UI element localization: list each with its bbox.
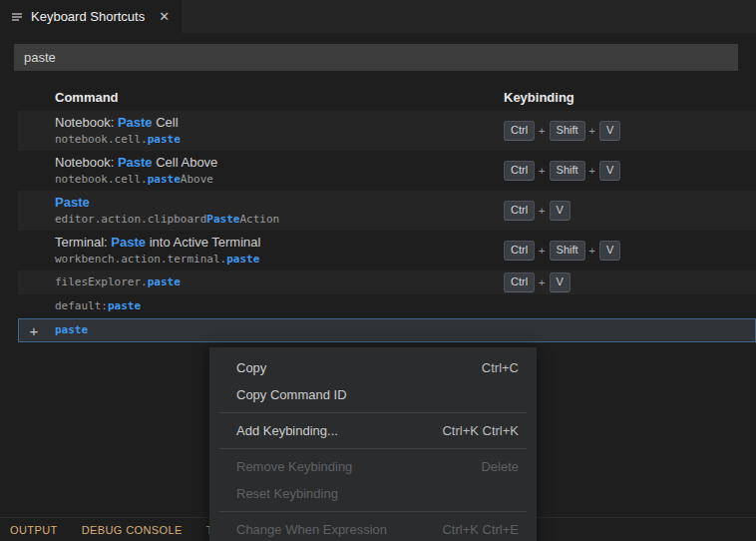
command-label: Terminal: Paste into Active Terminal <box>55 235 504 251</box>
plus-separator: + <box>589 245 595 257</box>
match-highlight: Paste <box>55 195 90 210</box>
panel-tab-output[interactable]: OUTPUT <box>10 524 58 536</box>
keybinding-cell: Ctrl+V <box>504 272 756 292</box>
match-highlight: Paste <box>206 213 239 226</box>
menu-item-copy-command-id[interactable]: Copy Command ID <box>209 381 537 408</box>
menu-item-change-when-expression: Change When ExpressionCtrl+K Ctrl+E <box>209 516 537 541</box>
match-highlight: paste <box>148 173 181 186</box>
command-label: Notebook: Paste Cell Above <box>55 155 504 171</box>
match-highlight: Paste <box>118 155 153 170</box>
key-chip: V <box>550 201 570 221</box>
menu-item-copy[interactable]: CopyCtrl+C <box>209 354 537 381</box>
table-body: Notebook: Paste Cellnotebook.cell.pasteC… <box>18 111 756 342</box>
plus-separator: + <box>539 205 545 217</box>
command-cell: paste <box>18 323 504 337</box>
match-highlight: paste <box>148 275 181 288</box>
editor-tab-bar: Keyboard Shortcuts ✕ <box>0 0 756 33</box>
text-segment: workbench.action.terminal. <box>55 253 226 266</box>
context-menu: CopyCtrl+CCopy Command IDAdd Keybinding.… <box>209 347 537 541</box>
menu-item-label: Copy <box>236 360 266 375</box>
match-highlight: Paste <box>118 115 153 130</box>
text-segment: Notebook: <box>55 115 118 130</box>
command-id: default:paste <box>55 299 504 313</box>
panel-tab-debug-console[interactable]: DEBUG CONSOLE <box>82 524 183 536</box>
keybinding-row[interactable]: filesExplorer.pasteCtrl+V <box>18 270 756 294</box>
keybinding-row[interactable]: Notebook: Paste Cell Abovenotebook.cell.… <box>18 151 756 191</box>
keybinding-row[interactable]: Terminal: Paste into Active Terminalwork… <box>18 231 756 270</box>
command-label: Paste <box>55 195 504 211</box>
table-header: Command Keybinding <box>18 83 756 111</box>
keybinding-cell: Ctrl+V <box>504 201 756 221</box>
key-chip: Shift <box>550 241 585 261</box>
menu-separator <box>219 448 527 449</box>
command-cell: Notebook: Paste Cellnotebook.cell.paste <box>18 115 504 147</box>
text-segment: Above <box>181 173 213 186</box>
keybinding-column-header: Keybinding <box>504 90 756 105</box>
command-label: Notebook: Paste Cell <box>55 115 504 131</box>
plus-separator: + <box>589 125 595 137</box>
key-chip: V <box>599 121 620 141</box>
key-chip: Ctrl <box>504 241 535 261</box>
tab-title: Keyboard Shortcuts <box>31 9 145 24</box>
key-chip: V <box>599 161 620 181</box>
menu-item-add-keybinding[interactable]: Add Keybinding...Ctrl+K Ctrl+K <box>209 417 537 444</box>
menu-item-label: Change When Expression <box>236 522 387 537</box>
menu-item-label: Add Keybinding... <box>236 423 338 438</box>
text-segment: Cell Above <box>153 155 218 170</box>
command-id: filesExplorer.paste <box>55 275 504 289</box>
match-highlight: paste <box>226 253 259 266</box>
keyboard-shortcuts-icon <box>10 10 24 24</box>
match-highlight: paste <box>148 133 181 146</box>
key-chip: Ctrl <box>504 161 535 181</box>
key-chip: V <box>550 272 570 292</box>
keybindings-table: Command Keybinding Notebook: Paste Celln… <box>18 83 756 342</box>
text-segment: Cell <box>153 115 179 130</box>
plus-separator: + <box>539 165 545 177</box>
command-cell: default:paste <box>18 299 504 313</box>
plus-separator: + <box>539 276 545 288</box>
keybindings-search-input[interactable] <box>14 44 738 71</box>
menu-item-remove-keybinding: Remove KeybindingDelete <box>209 453 537 480</box>
close-icon[interactable]: ✕ <box>157 9 172 24</box>
command-id: workbench.action.terminal.paste <box>55 253 504 267</box>
menu-item-shortcut: Delete <box>481 459 519 474</box>
key-chip: Ctrl <box>504 272 535 292</box>
vscode-window: Keyboard Shortcuts ✕ Command Keybinding … <box>0 0 756 541</box>
text-segment: into Active Terminal <box>146 235 260 250</box>
keybinding-row[interactable]: default:paste <box>18 294 756 318</box>
menu-item-shortcut: Ctrl+C <box>482 360 519 375</box>
plus-separator: + <box>589 165 595 177</box>
text-segment: notebook.cell. <box>55 133 148 146</box>
plus-separator: + <box>539 245 545 257</box>
command-cell: Terminal: Paste into Active Terminalwork… <box>18 235 504 267</box>
key-chip: Shift <box>550 121 585 141</box>
tab-keyboard-shortcuts[interactable]: Keyboard Shortcuts ✕ <box>0 0 182 33</box>
command-id: editor.action.clipboardPasteAction <box>55 213 504 227</box>
keybinding-row[interactable]: Pasteeditor.action.clipboardPasteActionC… <box>18 191 756 231</box>
command-cell: filesExplorer.paste <box>18 275 504 289</box>
keybinding-row-selected[interactable]: +paste <box>18 318 756 342</box>
command-id: notebook.cell.paste <box>55 133 504 147</box>
key-chip: V <box>599 241 620 261</box>
add-keybinding-icon[interactable]: + <box>26 323 42 338</box>
command-column-header: Command <box>18 90 504 105</box>
key-chip: Ctrl <box>504 201 535 221</box>
key-chip: Ctrl <box>504 121 535 141</box>
text-segment: Notebook: <box>55 155 118 170</box>
text-segment: default: <box>55 299 108 312</box>
keybinding-row[interactable]: Notebook: Paste Cellnotebook.cell.pasteC… <box>18 111 756 151</box>
text-segment: Action <box>239 213 279 226</box>
text-segment: notebook.cell. <box>55 173 148 186</box>
menu-item-reset-keybinding: Reset Keybinding <box>209 480 537 507</box>
plus-separator: + <box>539 125 545 137</box>
command-cell: Notebook: Paste Cell Abovenotebook.cell.… <box>18 155 504 187</box>
menu-separator <box>219 412 527 413</box>
text-segment: Terminal: <box>55 235 111 250</box>
menu-separator <box>219 511 527 512</box>
keybinding-cell: Ctrl+Shift+V <box>504 161 756 181</box>
key-chip: Shift <box>550 161 585 181</box>
match-highlight: Paste <box>111 235 146 250</box>
menu-item-label: Reset Keybinding <box>236 486 338 501</box>
command-id: paste <box>55 323 504 337</box>
search-area <box>0 33 756 79</box>
